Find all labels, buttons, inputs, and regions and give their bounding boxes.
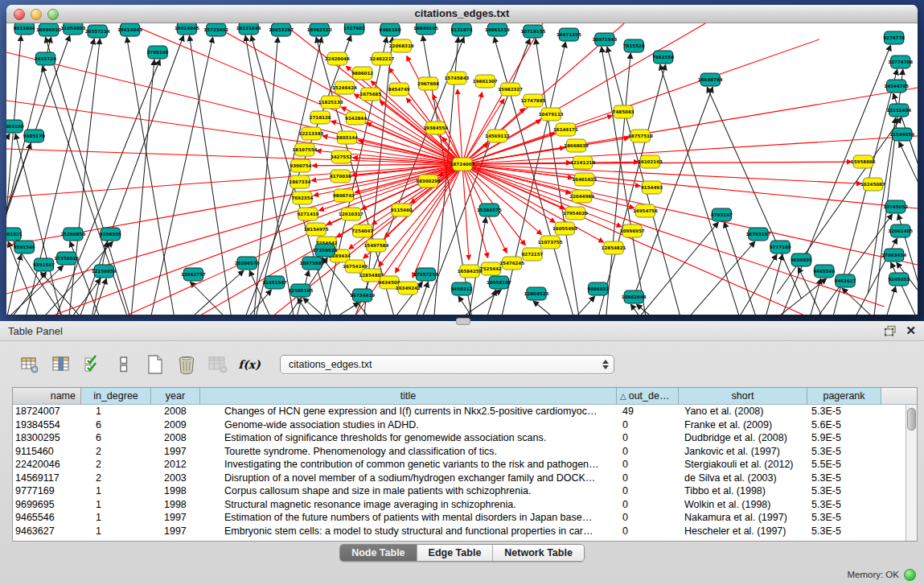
graph-node-teal[interactable]: 13942757 (181, 268, 206, 281)
graph-node-yellow[interactable]: 7525442 (480, 262, 502, 275)
graph-node-yellow[interactable]: 15982327 (498, 83, 523, 96)
graph-node-teal[interactable]: 16849105 (413, 23, 438, 35)
graph-node-teal[interactable]: 15723492 (203, 23, 228, 36)
column-header-pagerank[interactable]: pagerank (807, 388, 881, 404)
graph-node-teal[interactable]: 7661558 (652, 51, 674, 64)
graph-node-yellow[interactable]: 16055493 (552, 222, 577, 235)
panel-resize-handle[interactable] (456, 318, 470, 325)
graph-node-yellow[interactable]: 22044989 (569, 190, 594, 203)
graph-node-yellow[interactable]: 19861307 (473, 75, 498, 88)
table-row[interactable]: 1830029562008Estimation of significance … (13, 431, 917, 445)
graph-node-teal[interactable]: 12505185 (288, 284, 313, 297)
column-header-in_degree[interactable]: in_degree (81, 388, 151, 404)
table-cell[interactable]: Nakamura et al. (1997) (679, 512, 807, 523)
table-cell[interactable]: 9115460 (13, 446, 81, 457)
graph-node-teal[interactable]: 9245052 (888, 273, 910, 286)
graph-node-teal[interactable]: 16962510 (307, 23, 332, 36)
graph-node-yellow[interactable]: 16584259 (458, 265, 483, 278)
graph-node-teal[interactable]: 16793197 (745, 228, 770, 241)
graph-node-yellow[interactable]: 22420046 (325, 52, 350, 65)
table-row[interactable]: 946554611997Estimation of the future num… (13, 511, 917, 525)
table-cell[interactable]: 9777169 (13, 485, 81, 496)
table-cell[interactable]: Tourette syndrome. Phenomenology and cla… (200, 446, 617, 457)
graph-node-teal[interactable]: 13745052 (883, 200, 908, 213)
graph-node-yellow[interactable]: 14569117 (485, 130, 510, 142)
graph-node-teal[interactable]: 19861319 (485, 23, 510, 36)
table-cell[interactable]: 5.3E-5 (807, 406, 881, 417)
table-cell[interactable]: 0 (617, 525, 679, 537)
graph-node-teal[interactable]: 16996910 (36, 23, 61, 36)
table-scrollbar-thumb[interactable] (907, 408, 916, 431)
graph-node-teal[interactable]: 3769140 (146, 46, 168, 59)
graph-node-yellow[interactable]: 16349242 (396, 282, 421, 295)
graph-node-yellow[interactable]: 10401023 (572, 173, 597, 186)
network-canvas[interactable]: 1872400722068318124022179806012152464241… (6, 23, 918, 315)
table-cell[interactable]: 5.3E-5 (807, 525, 881, 537)
function-builder-icon[interactable]: f(x) (237, 353, 261, 376)
graph-node-yellow[interactable]: 8454749 (388, 83, 410, 96)
graph-node-yellow[interactable]: 7692354 (291, 192, 313, 204)
graph-node-yellow[interactable]: 18154975 (304, 223, 329, 236)
graph-node-yellow[interactable]: 9272157 (521, 248, 543, 261)
table-cell[interactable]: de Silva et al. (2003) (679, 472, 807, 484)
table-cell[interactable]: 9699695 (13, 499, 81, 510)
column-header-title[interactable]: title (200, 388, 617, 404)
table-cell[interactable]: 5.3E-5 (807, 485, 881, 496)
table-cell[interactable]: 5.3E-5 (807, 472, 881, 484)
table-cell[interactable]: 2012 (151, 459, 200, 470)
graph-node-teal[interactable]: 18131046 (236, 23, 261, 35)
graph-node-teal[interactable]: 6466160 (380, 23, 401, 36)
graph-node-teal[interactable]: 9196305 (100, 228, 121, 241)
table-cell[interactable]: 2008 (151, 406, 200, 417)
citation-network-graph[interactable]: 1872400722068318124022179806012152464241… (6, 23, 918, 315)
graph-node-teal[interactable]: 10719155 (521, 25, 546, 38)
graph-node-yellow[interactable]: 18107554 (292, 143, 317, 156)
graph-node-yellow[interactable]: 9271419 (297, 208, 318, 220)
create-column-icon[interactable] (143, 353, 167, 376)
graph-node-yellow[interactable]: 15958866 (851, 155, 876, 168)
table-options-icon[interactable] (18, 353, 42, 376)
graph-node-teal[interactable]: 9777169 (770, 241, 791, 253)
table-cell[interactable]: 2009 (151, 419, 200, 431)
table-cell[interactable]: Structural magnetic resonance image aver… (200, 499, 617, 510)
table-cell[interactable]: 5.9E-5 (807, 432, 881, 443)
table-scrollbar[interactable] (906, 405, 917, 541)
graph-node-yellow[interactable]: 10479113 (539, 108, 564, 121)
graph-node-teal[interactable]: 11451947 (262, 276, 287, 289)
graph-node-yellow[interactable]: 11825133 (318, 96, 343, 109)
table-cell[interactable]: 1998 (151, 485, 200, 496)
graph-node-yellow[interactable]: 12854821 (602, 241, 626, 254)
graph-node-yellow[interactable]: 9242844 (345, 112, 367, 125)
graph-node-yellow[interactable]: 15745843 (444, 72, 469, 84)
graph-node-teal[interactable]: 2603190 (6, 120, 24, 133)
graph-node-teal[interactable]: 17359928 (313, 244, 338, 257)
graph-node-teal[interactable]: 9591544 (14, 241, 35, 253)
graph-node-yellow[interactable]: 10996957 (620, 225, 645, 237)
table-header-row[interactable]: namein_degreeyeartitle△out_de…shortpager… (13, 388, 917, 405)
table-cell[interactable]: 0 (617, 472, 679, 484)
table-row[interactable]: 946362711997Embryonic stem cells: a mode… (13, 525, 917, 538)
graph-node-yellow[interactable]: 2675685 (359, 88, 381, 101)
clear-selection-icon[interactable] (112, 353, 136, 376)
table-cell[interactable]: 6 (81, 419, 151, 431)
table-cell[interactable]: Tibbo et al. (1998) (679, 485, 807, 496)
graph-node-teal[interactable]: 7815526 (623, 39, 645, 52)
table-cell[interactable]: 2003 (151, 472, 200, 484)
table-cell[interactable]: 1997 (151, 512, 200, 523)
graph-node-teal[interactable]: 9605170 (23, 130, 45, 142)
table-cell[interactable]: 5.3E-5 (807, 446, 881, 457)
graph-node-teal[interactable]: 19614043 (117, 23, 142, 36)
graph-node-yellow[interactable]: 12747885 (521, 94, 546, 107)
table-cell[interactable]: 1997 (151, 525, 200, 537)
table-cell[interactable]: 5.3E-5 (807, 512, 881, 523)
graph-node-teal[interactable]: 6793197 (711, 208, 733, 221)
table-row[interactable]: 2242004622012Investigating the contribut… (13, 458, 917, 472)
graph-node-yellow[interactable]: 18668039 (564, 139, 589, 152)
graph-node-teal[interactable]: 9401321 (6, 228, 23, 241)
select-rows-icon[interactable] (80, 353, 105, 376)
graph-node-yellow[interactable]: 16144171 (553, 123, 578, 136)
graph-node-yellow[interactable]: 9806012 (351, 67, 373, 80)
table-cell[interactable]: Changes of HCN gene expression and I(f) … (200, 406, 617, 417)
graph-node-yellow[interactable]: 15497584 (363, 239, 388, 252)
table-cell[interactable]: 1997 (151, 446, 200, 457)
